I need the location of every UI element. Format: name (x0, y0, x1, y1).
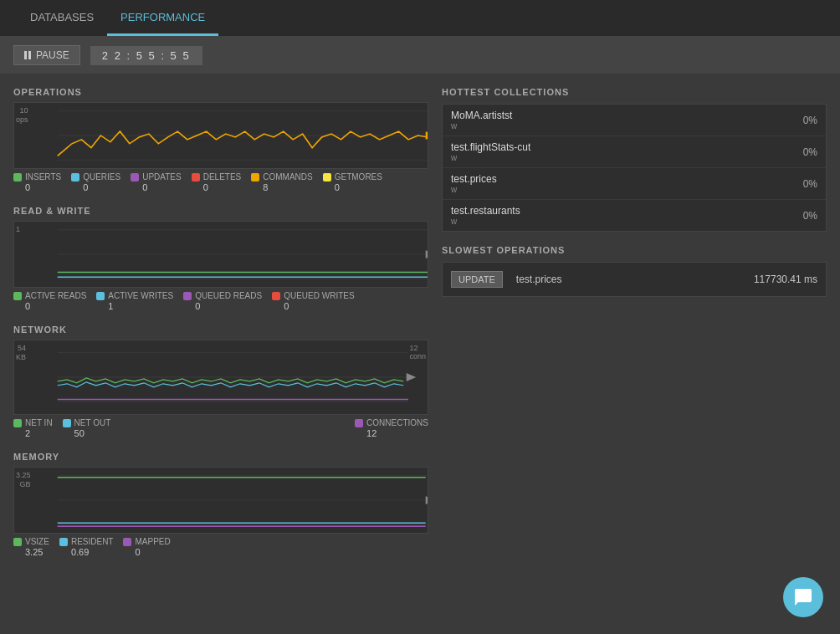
hottest-collections-title: HOTTEST COLLECTIONS (442, 87, 827, 97)
memory-y-label: 3.25GB (16, 471, 31, 489)
mapped-dot (123, 538, 131, 546)
active-reads-dot (13, 292, 22, 300)
memory-section: MEMORY 3.25GB (13, 452, 428, 557)
collection-item-1: test.flightStats-cut w 0% (443, 136, 826, 168)
operations-legend: INSERTS 0 QUERIES 0 UPDATES 0 (13, 172, 428, 192)
queued-reads-dot (183, 292, 192, 300)
operations-title: OPERATIONS (13, 87, 428, 97)
memory-chart: 3.25GB (13, 467, 428, 534)
vsize-label: VSIZE (25, 537, 49, 546)
memory-title: MEMORY (13, 452, 428, 462)
queued-writes-label: QUEUED WRITES (284, 291, 354, 300)
read-write-chart: 1 (13, 221, 428, 288)
net-in-label: NET IN (25, 418, 53, 427)
legend-queued-writes: QUEUED WRITES 0 (272, 291, 354, 311)
getmores-value: 0 (323, 182, 340, 192)
connections-label: CONNECTIONS (366, 418, 428, 427)
tab-performance[interactable]: PERFORMANCE (107, 1, 218, 36)
collection-item-2: test.prices w 0% (443, 168, 826, 200)
memory-svg (14, 468, 428, 533)
deletes-value: 0 (192, 182, 208, 192)
collection-name-0: MoMA.artistst (451, 110, 512, 121)
getmores-dot (323, 173, 331, 182)
svg-marker-9 (426, 250, 428, 258)
memory-legend: VSIZE 3.25 RESIDENT 0.69 MAPPED (13, 537, 428, 557)
network-y-label-right: 12conn (409, 344, 426, 360)
legend-mapped: MAPPED 0 (123, 537, 170, 557)
network-chart: 54KB 12conn (13, 340, 428, 415)
slowest-operations-title: SLOWEST OPERATIONS (442, 245, 827, 255)
collection-name-2: test.prices (451, 173, 497, 185)
network-title: NETWORK (13, 325, 428, 335)
collection-tag-1: w (451, 153, 530, 162)
getmores-label: GETMORES (335, 172, 382, 182)
collection-tag-3: w (451, 217, 520, 226)
operations-chart-svg (14, 103, 428, 168)
collection-name-1: test.flightStats-cut (451, 141, 530, 153)
pause-button[interactable]: PAUSE (13, 45, 80, 65)
main-content: OPERATIONS 10ops INS (0, 74, 840, 570)
resident-label: RESIDENT (71, 537, 114, 546)
legend-active-writes: ACTIVE WRITES 1 (96, 291, 173, 311)
inserts-dot (13, 173, 22, 182)
op-badge-0: UPDATE (451, 271, 503, 288)
legend-queries: QUERIES 0 (71, 172, 120, 192)
resident-value: 0.69 (59, 547, 89, 557)
vsize-dot (13, 538, 22, 546)
network-legend: NET IN 2 NET OUT 50 CONNECTIONS (13, 418, 428, 438)
collection-name-3: test.restaurants (451, 205, 520, 217)
updates-dot (131, 173, 139, 182)
vsize-value: 3.25 (13, 547, 43, 557)
collection-pct-3: 0% (803, 210, 817, 222)
read-write-legend: ACTIVE READS 0 ACTIVE WRITES 1 QUEUED RE… (13, 291, 428, 311)
net-in-value: 2 (13, 428, 30, 438)
read-write-svg (14, 222, 428, 287)
collection-item-3: test.restaurants w 0% (443, 200, 826, 231)
svg-marker-14 (407, 373, 416, 381)
connections-dot (355, 419, 363, 427)
legend-queued-reads: QUEUED READS 0 (183, 291, 262, 311)
hottest-collections-section: HOTTEST COLLECTIONS MoMA.artistst w 0% t… (442, 87, 827, 232)
queued-reads-value: 0 (183, 301, 200, 311)
operations-chart: 10ops (13, 102, 428, 169)
queries-label: QUERIES (83, 172, 120, 182)
inserts-value: 0 (13, 182, 30, 192)
active-reads-label: ACTIVE READS (25, 291, 86, 300)
net-out-value: 50 (63, 428, 85, 438)
active-reads-value: 0 (13, 301, 30, 311)
legend-getmores: GETMORES 0 (323, 172, 382, 192)
net-in-dot (13, 419, 22, 427)
resident-dot (59, 538, 68, 546)
deletes-dot (192, 173, 200, 182)
network-y-label-left: 54KB (16, 344, 26, 362)
legend-net-in: NET IN 2 (13, 418, 53, 438)
deletes-label: DELETES (203, 172, 242, 182)
slowest-ops-list: UPDATE test.prices 117730.41 ms (442, 262, 827, 297)
tab-databases[interactable]: DATABASES (17, 1, 107, 36)
right-panel: HOTTEST COLLECTIONS MoMA.artistst w 0% t… (442, 87, 827, 557)
queued-reads-label: QUEUED READS (195, 291, 262, 300)
commands-label: COMMANDS (263, 172, 312, 182)
queries-value: 0 (71, 182, 88, 192)
network-section: NETWORK 54KB 12conn (13, 325, 428, 438)
legend-deletes: DELETES 0 (192, 172, 242, 192)
legend-inserts: INSERTS 0 (13, 172, 61, 192)
operations-section: OPERATIONS 10ops INS (13, 87, 428, 192)
slowest-op-row-0: UPDATE test.prices 117730.41 ms (443, 263, 826, 296)
collection-pct-0: 0% (803, 115, 817, 126)
op-collection-0: test.prices (516, 274, 740, 285)
legend-resident: RESIDENT 0.69 (59, 537, 114, 557)
top-bar: DATABASES PERFORMANCE (0, 0, 840, 37)
queued-writes-value: 0 (272, 301, 289, 311)
collection-tag-0: w (451, 121, 512, 130)
timer-display: 2 2 : 5 5 : 5 5 (90, 46, 202, 65)
network-svg (14, 340, 428, 414)
collection-tag-2: w (451, 185, 497, 194)
inserts-label: INSERTS (25, 172, 61, 182)
queued-writes-dot (272, 292, 280, 300)
active-writes-value: 1 (96, 301, 113, 311)
legend-updates: UPDATES 0 (131, 172, 182, 192)
legend-active-reads: ACTIVE READS 0 (13, 291, 86, 311)
read-write-title: READ & WRITE (13, 206, 428, 216)
svg-marker-3 (426, 131, 428, 140)
